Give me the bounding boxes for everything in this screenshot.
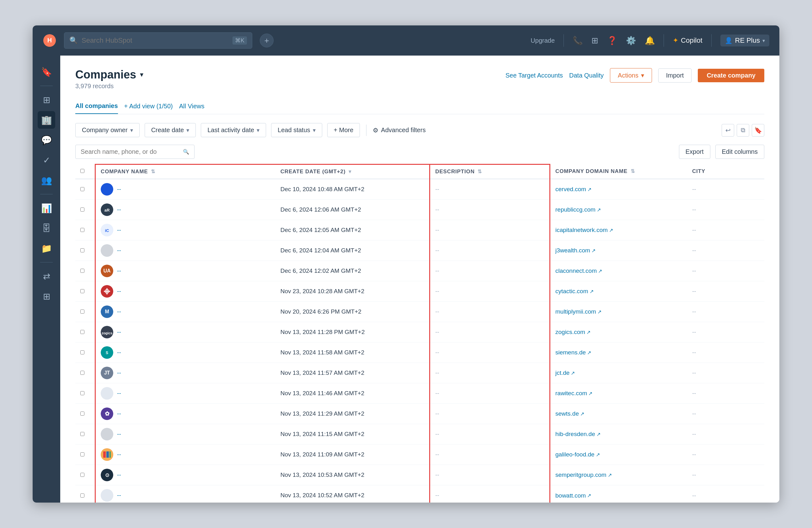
domain-link[interactable]: republiccg.com ↗ [555,206,682,213]
row-checkbox[interactable] [80,330,84,334]
company-name-link[interactable]: -- [117,227,121,233]
phone-icon[interactable]: 📞 [572,36,583,45]
company-name-link[interactable]: -- [117,471,121,479]
row-checkbox[interactable] [80,187,84,191]
company-name-link[interactable]: -- [117,370,121,376]
domain-link[interactable]: hib-dresden.de ↗ [555,431,682,438]
row-checkbox[interactable] [80,228,84,232]
table-search-container[interactable]: 🔍 [75,145,194,159]
row-checkbox[interactable] [80,208,84,212]
user-menu-button[interactable]: 👤 RE Plus ▾ [720,34,769,46]
row-checkbox[interactable] [80,248,84,252]
row-checkbox[interactable] [80,269,84,273]
company-name-link[interactable]: -- [117,451,121,458]
sidebar-item-people[interactable]: 👥 [38,171,55,189]
domain-link[interactable]: j3wealth.com ↗ [555,247,682,254]
sidebar-item-tasks[interactable]: ✓ [38,151,55,169]
create-date-filter[interactable]: Create date ▾ [145,123,196,137]
domain-link[interactable]: cerved.com ↗ [555,186,682,193]
domain-link[interactable]: zogics.com ↗ [555,329,682,336]
actions-button[interactable]: Actions ▾ [610,68,652,83]
select-all-checkbox[interactable] [80,169,84,173]
description-cell: -- [430,241,550,261]
sidebar-item-chart[interactable]: 📊 [38,199,55,217]
sidebar-item-inbox[interactable]: 💬 [38,131,55,149]
sidebar-item-bookmark[interactable]: 🔖 [38,63,55,81]
sidebar-item-folder[interactable]: 📁 [38,240,55,257]
row-checkbox[interactable] [80,391,84,395]
sidebar-item-apps[interactable]: ⊞ [38,287,55,305]
copy-button[interactable]: ⧉ [737,124,749,137]
company-name-sort-icon[interactable]: ⇅ [151,169,155,174]
company-name-link[interactable]: -- [117,268,121,274]
save-view-button[interactable]: 🔖 [752,124,764,137]
domain-link[interactable]: galileo-food.de ↗ [555,451,682,458]
company-owner-filter[interactable]: Company owner ▾ [75,123,140,137]
domain-cell: cytactic.com ↗ [550,281,687,302]
last-activity-filter[interactable]: Last activity date ▾ [201,123,266,137]
grid-icon[interactable]: ⊞ [592,36,598,45]
add-view-button[interactable]: + Add view (1/50) [124,99,173,114]
undo-button[interactable]: ↩ [722,124,734,137]
copilot-button[interactable]: ✦ Copilot [673,37,702,45]
domain-link[interactable]: semperitgroup.com ↗ [555,471,682,479]
company-name-link[interactable]: -- [117,308,121,315]
search-input[interactable] [82,37,229,45]
row-checkbox[interactable] [80,371,84,375]
upgrade-link[interactable]: Upgrade [531,37,555,44]
domain-link[interactable]: cytactic.com ↗ [555,288,682,295]
sidebar-item-database[interactable]: 🗄 [38,219,55,237]
domain-link[interactable]: claconnect.com ↗ [555,268,682,274]
advanced-filters-button[interactable]: ⚙ Advanced filters [373,127,425,134]
company-name-link[interactable]: -- [117,390,121,397]
company-name-link[interactable]: -- [117,329,121,336]
create-date-sort-icon[interactable]: ▾ [349,169,351,174]
domain-link[interactable]: sewts.de ↗ [555,410,682,417]
row-checkbox[interactable] [80,412,84,416]
lead-status-filter[interactable]: Lead status ▾ [271,123,322,137]
row-checkbox[interactable] [80,473,84,477]
create-company-button[interactable]: Create company [698,69,764,82]
description-sort-icon[interactable]: ⇅ [478,169,482,174]
company-name-link[interactable]: -- [117,288,121,295]
global-search-bar[interactable]: 🔍 ⌘K [64,32,252,49]
row-checkbox[interactable] [80,310,84,314]
company-name-link[interactable]: -- [117,186,121,193]
domain-link[interactable]: jct.de ↗ [555,370,682,376]
company-name-link[interactable]: -- [117,492,121,499]
company-name-link[interactable]: -- [117,431,121,438]
help-icon[interactable]: ❓ [607,36,617,45]
domain-sort-icon[interactable]: ⇅ [630,169,635,174]
create-new-button[interactable]: + [260,33,274,47]
company-name-link[interactable]: -- [117,247,121,254]
row-checkbox[interactable] [80,350,84,354]
domain-link[interactable]: rawitec.com ↗ [555,390,682,397]
row-checkbox[interactable] [80,494,84,498]
tab-all-companies[interactable]: All companies [75,99,118,114]
row-checkbox[interactable] [80,452,84,456]
all-views-link[interactable]: All Views [179,99,205,114]
export-button[interactable]: Export [679,145,710,159]
domain-link[interactable]: bowatt.com ↗ [555,492,682,499]
domain-link[interactable]: siemens.de ↗ [555,349,682,356]
table-search-input[interactable] [81,148,179,155]
sidebar-item-arrow[interactable]: ⇄ [38,268,55,285]
row-checkbox[interactable] [80,289,84,293]
edit-columns-button[interactable]: Edit columns [715,145,765,159]
row-checkbox[interactable] [80,432,84,436]
domain-link[interactable]: multiplymii.com ↗ [555,308,682,315]
sidebar-item-grid[interactable]: ⊞ [38,91,55,109]
import-button[interactable]: Import [658,69,692,83]
data-quality-link[interactable]: Data Quality [569,72,604,79]
settings-icon[interactable]: ⚙️ [626,36,636,45]
more-filter[interactable]: + More [327,123,360,137]
see-target-accounts-link[interactable]: See Target Accounts [506,72,563,79]
company-name-link[interactable]: -- [117,206,121,213]
notification-icon[interactable]: 🔔 [645,36,655,45]
title-dropdown-icon[interactable]: ▾ [140,71,143,79]
hubspot-logo[interactable]: H [43,33,57,47]
company-name-link[interactable]: -- [117,349,121,356]
company-name-link[interactable]: -- [117,410,121,417]
sidebar-item-contacts[interactable]: 🏢 [38,111,55,129]
domain-link[interactable]: icapitalnetwork.com ↗ [555,227,682,233]
